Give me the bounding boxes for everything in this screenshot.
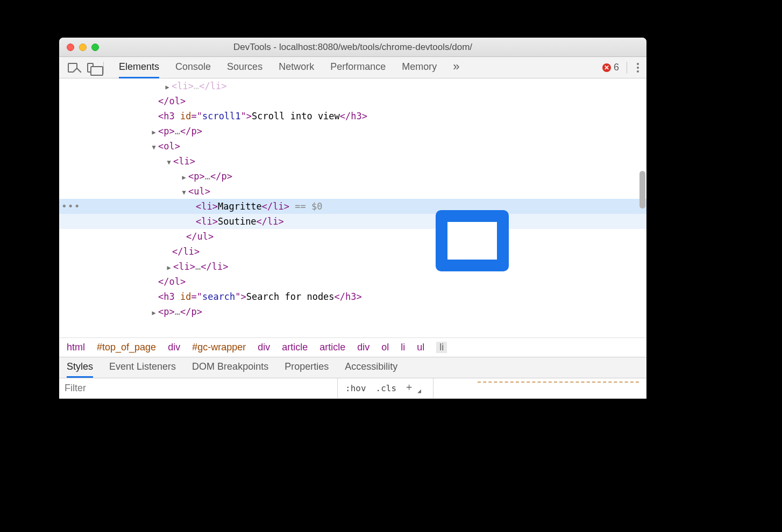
tab-console[interactable]: Console bbox=[175, 57, 211, 78]
subtab-dom-breakpoints[interactable]: DOM Breakpoints bbox=[192, 357, 268, 378]
cls-toggle[interactable]: .cls bbox=[376, 383, 397, 393]
dom-tree-line[interactable]: ▶<p>…</p> bbox=[59, 169, 646, 184]
zoom-window-button[interactable] bbox=[91, 44, 99, 51]
dom-tree-line[interactable]: <h3 id="scroll1">Scroll into view</h3> bbox=[59, 109, 646, 124]
highlight-cue-icon bbox=[436, 210, 509, 271]
dom-tree-line[interactable]: ▼<ol> bbox=[59, 139, 646, 154]
inspect-element-icon[interactable] bbox=[68, 63, 77, 73]
toolbar-separator bbox=[627, 62, 627, 74]
dom-tree-line[interactable]: ▼<li> bbox=[59, 154, 646, 169]
toolbar-left-icons bbox=[68, 62, 104, 74]
settings-menu-icon[interactable] bbox=[635, 63, 641, 73]
disclosure-triangle-icon[interactable]: ▼ bbox=[166, 155, 172, 170]
error-badge[interactable]: ✕ 6 bbox=[602, 62, 619, 73]
window-title: DevTools - localhost:8080/web/tools/chro… bbox=[59, 42, 646, 53]
disclosure-triangle-icon[interactable]: ▶ bbox=[181, 170, 187, 185]
line-actions-icon[interactable]: ••• bbox=[61, 199, 81, 214]
styles-filter-row: :hov .cls +◢ bbox=[59, 378, 646, 399]
corner-icon: ◢ bbox=[417, 387, 421, 394]
crumb-gc-wrapper[interactable]: #gc-wrapper bbox=[192, 342, 246, 353]
close-window-button[interactable] bbox=[67, 44, 74, 51]
disclosure-triangle-icon[interactable]: ▼ bbox=[151, 140, 157, 155]
scrollbar-thumb[interactable] bbox=[639, 171, 645, 209]
crumb-article[interactable]: article bbox=[319, 342, 345, 353]
error-icon: ✕ bbox=[602, 63, 611, 72]
dom-tree-line[interactable]: </ol> bbox=[59, 94, 646, 109]
styles-filter-input[interactable] bbox=[59, 378, 338, 398]
new-style-rule-icon[interactable]: + bbox=[406, 382, 412, 394]
dom-tree-line[interactable]: <li>Soutine</li> bbox=[59, 214, 646, 229]
dom-breadcrumb: html #top_of_page div #gc-wrapper div ar… bbox=[59, 337, 646, 357]
minimize-window-button[interactable] bbox=[79, 44, 87, 51]
disclosure-triangle-icon[interactable]: ▶ bbox=[151, 305, 157, 320]
crumb-div[interactable]: div bbox=[357, 342, 369, 353]
crumb-top-of-page[interactable]: #top_of_page bbox=[97, 342, 156, 353]
dom-tree-line[interactable]: •••<li>Magritte</li> == $0 bbox=[59, 199, 646, 214]
tab-sources[interactable]: Sources bbox=[227, 57, 262, 78]
devtools-window: DevTools - localhost:8080/web/tools/chro… bbox=[59, 38, 646, 399]
crumb-ol[interactable]: ol bbox=[381, 342, 389, 353]
device-toolbar-icon[interactable] bbox=[87, 63, 94, 73]
box-model-area bbox=[433, 378, 646, 398]
dom-tree-line[interactable]: <h3 id="search">Search for nodes</h3> bbox=[59, 289, 646, 304]
window-titlebar: DevTools - localhost:8080/web/tools/chro… bbox=[59, 38, 646, 57]
crumb-html[interactable]: html bbox=[67, 342, 85, 353]
dom-tree-panel[interactable]: ▶<li>…</li></ol><h3 id="scroll1">Scroll … bbox=[59, 78, 646, 337]
subtab-accessibility[interactable]: Accessibility bbox=[345, 357, 397, 378]
disclosure-triangle-icon[interactable]: ▼ bbox=[181, 185, 187, 200]
crumb-article[interactable]: article bbox=[282, 342, 308, 353]
more-tabs-icon[interactable]: » bbox=[453, 55, 458, 80]
disclosure-triangle-icon[interactable]: ▶ bbox=[164, 80, 170, 95]
hov-toggle[interactable]: :hov bbox=[345, 383, 366, 393]
error-count: 6 bbox=[614, 62, 619, 73]
panel-tabs: Elements Console Sources Network Perform… bbox=[119, 55, 458, 80]
subtab-properties[interactable]: Properties bbox=[285, 357, 329, 378]
toolbar-right: ✕ 6 bbox=[602, 62, 641, 74]
disclosure-triangle-icon[interactable]: ▶ bbox=[151, 125, 157, 140]
tab-memory[interactable]: Memory bbox=[402, 57, 437, 78]
tab-performance[interactable]: Performance bbox=[330, 57, 386, 78]
box-model-margin-outline bbox=[478, 382, 639, 384]
dom-tree-line[interactable]: ▶<p>…</p> bbox=[59, 124, 646, 139]
dom-tree-line[interactable]: ▶<li>…</li> bbox=[59, 259, 646, 274]
subtab-styles[interactable]: Styles bbox=[67, 357, 93, 378]
disclosure-triangle-icon[interactable]: ▶ bbox=[166, 260, 172, 275]
styles-subtabs: Styles Event Listeners DOM Breakpoints P… bbox=[59, 357, 646, 378]
styles-filter-buttons: :hov .cls +◢ bbox=[338, 378, 433, 398]
dom-tree-line[interactable]: ▶<li>…</li> bbox=[59, 78, 646, 94]
dom-tree-line[interactable]: </ul> bbox=[59, 229, 646, 244]
crumb-ul[interactable]: ul bbox=[417, 342, 424, 353]
dom-tree-line[interactable]: </ol> bbox=[59, 274, 646, 289]
tab-network[interactable]: Network bbox=[279, 57, 314, 78]
tab-elements[interactable]: Elements bbox=[119, 57, 159, 78]
crumb-div[interactable]: div bbox=[168, 342, 180, 353]
main-toolbar: Elements Console Sources Network Perform… bbox=[59, 57, 646, 78]
toolbar-separator bbox=[103, 62, 104, 74]
dom-tree-line[interactable]: </li> bbox=[59, 244, 646, 259]
subtab-event-listeners[interactable]: Event Listeners bbox=[109, 357, 176, 378]
dom-tree-line[interactable]: ▼<ul> bbox=[59, 184, 646, 199]
crumb-li[interactable]: li bbox=[401, 342, 405, 353]
dom-tree-line[interactable]: ▶<p>…</p> bbox=[59, 304, 646, 319]
crumb-div[interactable]: div bbox=[258, 342, 270, 353]
window-controls bbox=[67, 44, 99, 51]
crumb-li-current[interactable]: li bbox=[436, 342, 447, 353]
